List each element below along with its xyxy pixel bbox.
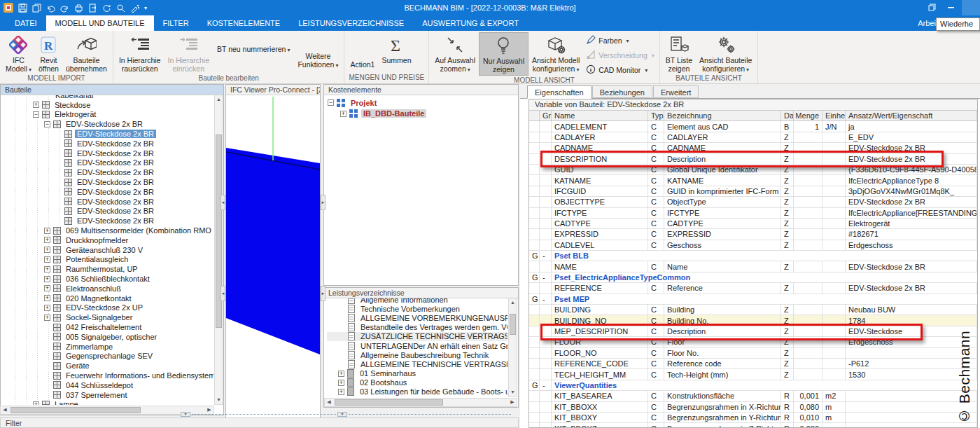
group-collapse-cell[interactable]: -: [540, 251, 552, 261]
bauteile-tree-item[interactable]: 044 Schlüsseldepot: [1, 380, 214, 390]
column-header[interactable]: Name: [552, 111, 648, 120]
summen-button[interactable]: Σ Summen: [378, 32, 414, 73]
splitter-collapse-right-icon[interactable]: ▸: [321, 286, 326, 301]
property-row[interactable]: IFCGUIDCGUID in komprimierter IFC-FormZ3…: [529, 186, 977, 197]
expand-plus-icon[interactable]: +: [33, 401, 39, 405]
action1-button[interactable]: Action1: [346, 32, 378, 73]
verschneidung-button[interactable]: Verschneidung▾: [586, 50, 654, 61]
scroll-left-icon[interactable]: ◀: [325, 399, 333, 406]
column-header[interactable]: Da: [781, 111, 794, 120]
bauteile-tree-item[interactable]: +069 Multisensormelder (Kombination RMO …: [1, 226, 214, 235]
property-row[interactable]: OBJECTTYPECObjectTypeZEDV-Steckdose 2x B…: [529, 197, 977, 207]
bauteile-tree-item[interactable]: +Sockel-Signalgeber: [1, 312, 214, 322]
column-header[interactable]: Einheit: [822, 111, 846, 120]
expand-plus-icon[interactable]: +: [338, 371, 344, 377]
expand-plus-icon[interactable]: +: [338, 380, 344, 386]
property-row[interactable]: FLOOR_NOCFloor No.Z: [529, 348, 977, 359]
bauteile-tree-item[interactable]: EDV-Steckdose 2x BR: [1, 167, 214, 177]
splitter-collapse-left-icon[interactable]: ◂: [220, 286, 225, 301]
lv-tree-item[interactable]: Allgemeine Baubeschreibung Technik: [327, 350, 507, 359]
bauteile-tree-item[interactable]: EDV-Steckdose 2x BR: [1, 177, 214, 187]
property-row[interactable]: TECH_HEIGHT_MMCTech-Height (mm)Z1530: [529, 369, 977, 380]
column-header[interactable]: Menge: [794, 111, 822, 120]
scrollbar-thumb[interactable]: [335, 399, 443, 406]
redo-icon[interactable]: [60, 4, 69, 13]
bauteile-tree-item[interactable]: EDV-Steckdose 2x BR: [1, 139, 214, 149]
scroll-right-icon[interactable]: ▶: [508, 399, 517, 406]
bauteile-tree-item[interactable]: +Druckknopfmelder: [1, 235, 214, 245]
property-row[interactable]: KATNAMECKATNAMEZIfcElectricApplianceType…: [529, 175, 977, 186]
property-row[interactable]: KIT_BBOXYCBegrenzungsrahmen in Y-Richtun…: [529, 413, 977, 423]
bauteile-tree-item[interactable]: EDV-Steckdose 2x BR: [1, 187, 214, 197]
minimize-icon[interactable]: [947, 1, 955, 14]
ansicht-bauteile-konfigurieren-button[interactable]: Ansicht Bauteile konfigurieren▾: [696, 32, 755, 74]
column-header[interactable]: [529, 111, 540, 120]
expand-plus-icon[interactable]: +: [44, 315, 50, 321]
bauteile-tree-item[interactable]: Geräte: [1, 361, 214, 371]
ansicht-modell-konfigurieren-button[interactable]: Ansicht Modell konfigurieren▾: [528, 32, 583, 76]
revit-oeffnen-button[interactable]: R Revit öffnen: [35, 32, 62, 74]
weitere-funktionen-button[interactable]: Weitere Funktionen▾: [294, 32, 342, 74]
property-row[interactable]: KIT_BBOXXCBegrenzungsrahmen in X-Richtun…: [529, 402, 977, 413]
bauteile-tree-item[interactable]: EDV-Steckdose 2x BR: [1, 216, 214, 226]
scroll-right-icon[interactable]: ▶: [205, 406, 214, 414]
property-row[interactable]: BUILDINGCBuildingZNeubau BUW: [529, 305, 977, 315]
viewer-3d-canvas[interactable]: [226, 95, 320, 420]
copy-icon[interactable]: [32, 4, 41, 13]
bauteile-tree-item[interactable]: +Geräteanschluß 230 V: [1, 245, 214, 255]
property-row[interactable]: CADNAMECCADNAMEZEDV-Steckdose 2x BR: [529, 143, 977, 153]
splitter-collapse-right-icon[interactable]: ▸: [321, 195, 326, 210]
expand-plus-icon[interactable]: +: [44, 256, 50, 263]
column-header[interactable]: Ansatz/Wert/Eigenschaft: [846, 111, 977, 120]
splitter-line[interactable]: [192, 414, 336, 415]
expand-plus-icon[interactable]: +: [340, 111, 346, 117]
expand-plus-icon[interactable]: +: [44, 237, 50, 243]
refresh-icon[interactable]: [102, 4, 111, 13]
lv-tree-item[interactable]: +02 Bootshaus: [327, 378, 507, 387]
expand-plus-icon[interactable]: +: [44, 266, 50, 272]
in-hierarchie-einruecken-button[interactable]: In Hierarchie einrücken: [164, 32, 213, 74]
scroll-up-icon[interactable]: ▲: [509, 298, 517, 307]
group-collapse-cell[interactable]: -: [540, 380, 552, 390]
property-row[interactable]: IFCTYPECIFCTYPEZIfcElectricAppliance[FRE…: [529, 208, 977, 219]
lv-tree-item[interactable]: +01 Seminarhaus: [327, 369, 507, 378]
bauteile-tree-item[interactable]: +020 Magnetkontakt: [1, 294, 214, 303]
property-row[interactable]: GUIDCGlobal Unique IdentifikatorZ{F336D6…: [529, 165, 977, 175]
bauteile-tree-item[interactable]: EDV-Steckdose 2x BR: [1, 158, 214, 168]
in-hierarchie-rausruecken-button[interactable]: In Hierarchie rausrücken: [115, 32, 164, 74]
bauteile-tree-item[interactable]: +Elektroanschluß: [1, 284, 214, 294]
property-row[interactable]: EXPRESSIDCEXPRESSIDZ#182671: [529, 229, 977, 240]
property-row[interactable]: DESCRIPTIONCDescriptionZEDV-Steckdose 2x…: [529, 154, 977, 165]
expand-plus-icon[interactable]: +: [44, 276, 50, 282]
bauteile-tree-item[interactable]: +Lampe: [1, 400, 214, 406]
export-icon[interactable]: [88, 4, 97, 13]
scrollbar-thumb[interactable]: [10, 407, 141, 413]
expand-plus-icon[interactable]: +: [44, 285, 50, 291]
lv-tree-item[interactable]: UNTERLAGENDer AN erhält einen Satz Grund…: [327, 341, 507, 350]
tab-datei[interactable]: DATEI: [6, 15, 46, 31]
bauteile-tree-item[interactable]: +EDV-Steckdose 2x UP: [1, 303, 214, 313]
bauteile-vertical-scrollbar[interactable]: ▲ ▼: [214, 95, 223, 405]
property-row[interactable]: CADLAYERCCADLAYERZE_EDV: [529, 132, 977, 143]
bauteile-uebernehmen-button[interactable]: Bauteile übernehmen: [62, 32, 111, 74]
bauteile-tree-item[interactable]: +Raumthermostat, UP: [1, 264, 214, 274]
property-row[interactable]: FLOORCFloorZErdgeschoss: [529, 337, 977, 347]
scroll-up-icon[interactable]: ▲: [215, 95, 223, 104]
expand-plus-icon[interactable]: +: [44, 305, 50, 311]
bauteile-tree-item[interactable]: Zimmerlampe: [1, 342, 214, 352]
collapse-minus-icon[interactable]: −: [44, 121, 50, 127]
tab-modell-und-bauteile[interactable]: MODELL UND BAUTEILE: [46, 15, 154, 31]
property-group-row[interactable]: G-Pset BLB: [529, 251, 977, 261]
bauteile-tree-item[interactable]: EDV-Steckdose 2x BR: [1, 129, 214, 139]
property-group-row[interactable]: G-Pset MEP: [529, 294, 977, 305]
tab-filter[interactable]: FILTER: [154, 15, 198, 31]
group-collapse-cell[interactable]: -: [540, 294, 552, 304]
bauteile-tree-item[interactable]: +Steckdose: [1, 100, 214, 110]
bauteile-tree-item[interactable]: EDV-Steckdose 2x BR: [1, 197, 214, 207]
lv-vertical-scrollbar[interactable]: ▲ ▼: [508, 298, 517, 397]
collapse-minus-icon[interactable]: −: [33, 111, 39, 118]
filter-panel-header[interactable]: Filter: [0, 417, 519, 428]
property-row[interactable]: CADTYPECCADTYPEZElektrogerät: [529, 219, 977, 229]
search-icon[interactable]: [116, 4, 125, 13]
property-row[interactable]: REFERENCE_CODECReference codeZ-P612: [529, 359, 977, 369]
